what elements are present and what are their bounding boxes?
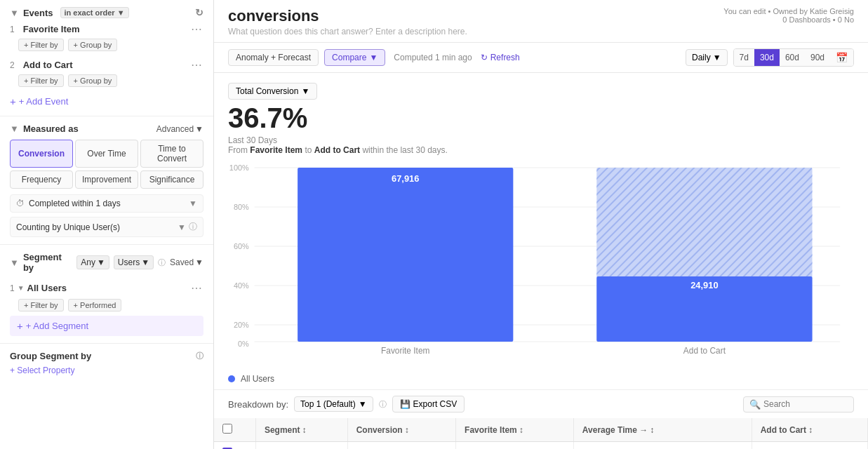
funnel-chart: 100% 80% 60% 40% 20% 0% 67,916 — [214, 161, 868, 371]
svg-text:40%: 40% — [234, 281, 249, 290]
segment-header: ▼ Segment by Any ▼ Users ▼ ⓘ Saved ▼ — [10, 252, 203, 273]
event-2-filters: + Filter by + Group by — [10, 73, 203, 90]
search-input[interactable] — [763, 399, 848, 409]
seg-1-chevron[interactable]: ▼ — [18, 284, 25, 292]
row-checkbox-cell — [214, 442, 255, 450]
segment-1-filters: + Filter by + Performed — [10, 297, 203, 314]
main-content: conversions What question does this char… — [214, 0, 868, 449]
events-order-badge[interactable]: in exact order ▼ — [60, 7, 129, 18]
events-refresh-icon[interactable]: ↻ — [195, 7, 203, 18]
svg-text:Favorite Item: Favorite Item — [381, 346, 429, 356]
segment-1-menu[interactable]: ⋯ — [189, 281, 203, 295]
svg-text:20%: 20% — [234, 321, 249, 329]
daily-dropdown[interactable]: Daily ▼ — [686, 49, 728, 66]
search-input-wrap[interactable]: 🔍 — [743, 396, 854, 413]
svg-text:60%: 60% — [234, 242, 249, 250]
events-chevron[interactable]: ▼ — [10, 8, 19, 18]
counting-row: Counting by Unique User(s) ▼ ⓘ — [10, 217, 203, 237]
sort-icon: ↕ — [808, 425, 813, 435]
event-1-filter-btn[interactable]: + Filter by — [18, 39, 64, 51]
event-1-group-btn[interactable]: + Group by — [68, 39, 118, 51]
measured-chevron[interactable]: ▼ — [10, 123, 19, 134]
seg-chevron[interactable]: ▼ — [10, 257, 19, 268]
chevron-down-icon: ▼ — [117, 8, 125, 17]
breakdown-header: Breakdown by: Top 1 (Default) ▼ ⓘ 💾 Expo… — [214, 389, 868, 418]
th-segment[interactable]: Segment ↕ — [255, 418, 347, 442]
seg-info-icon[interactable]: ⓘ — [158, 257, 166, 268]
counting-chevron-icon[interactable]: ▼ — [178, 222, 186, 232]
event-2-filter-btn[interactable]: + Filter by — [18, 74, 64, 87]
tab-frequency[interactable]: Frequency — [10, 170, 73, 189]
page-title: conversions — [228, 7, 467, 25]
compare-button[interactable]: Compare ▼ — [324, 49, 385, 66]
seg-users-dropdown[interactable]: Users ▼ — [114, 255, 154, 269]
60d-button[interactable]: 60d — [780, 49, 805, 66]
add-segment-button[interactable]: + + Add Segment — [10, 316, 203, 336]
measure-tab-group: Conversion Over Time Time to Convert — [10, 140, 203, 168]
7d-button[interactable]: 7d — [734, 49, 754, 66]
row-segment: All Users — [255, 442, 347, 450]
tab-conversion[interactable]: Conversion — [10, 140, 73, 168]
seg-any-dropdown[interactable]: Any ▼ — [76, 255, 109, 269]
svg-text:100%: 100% — [229, 163, 249, 172]
breakdown-info-icon[interactable]: ⓘ — [379, 399, 387, 410]
svg-text:80%: 80% — [234, 203, 249, 211]
seg-saved-dropdown[interactable]: Saved ▼ — [170, 257, 203, 267]
th-favorite-item[interactable]: Favorite Item ↕ — [456, 418, 574, 442]
svg-rect-16 — [596, 168, 812, 276]
tab-time-to-convert[interactable]: Time to Convert — [140, 140, 203, 168]
calendar-icon[interactable]: 📅 — [830, 49, 853, 66]
select-property-button[interactable]: + Select Property — [10, 366, 203, 375]
measured-title: ▼ Measured as — [10, 123, 79, 134]
from-to-text: From Favorite Item to Add to Cart within… — [228, 145, 854, 155]
tab-improvement[interactable]: Improvement — [75, 170, 138, 189]
refresh-icon: ↻ — [481, 53, 488, 62]
day-range-buttons: 7d 30d 60d 90d 📅 — [733, 48, 854, 67]
export-csv-button[interactable]: 💾 Export CSV — [392, 396, 465, 413]
row-add-to-cart: 24,910 (36.7%) — [752, 442, 867, 450]
sort-icon: ↕ — [519, 425, 523, 435]
row-avg-time: 29m42s (Median 29m25s) — [573, 442, 752, 450]
sort-icon: ↕ — [302, 425, 307, 435]
anomaly-forecast-button[interactable]: Anomaly + Forecast — [228, 49, 319, 66]
th-avg-time[interactable]: Average Time → ↕ — [573, 418, 752, 442]
plus-icon: + — [17, 320, 23, 332]
counting-info-icon[interactable]: ⓘ — [189, 221, 197, 233]
chart-legend: All Users — [214, 371, 868, 389]
refresh-button[interactable]: ↻ Refresh — [481, 53, 520, 62]
advanced-button[interactable]: Advanced ▼ — [156, 124, 203, 134]
seg-by-title: Segment by — [23, 252, 72, 273]
add-event-button[interactable]: + + Add Event — [10, 90, 203, 109]
event-2-group-btn[interactable]: + Group by — [68, 74, 118, 87]
tab-over-time[interactable]: Over Time — [75, 140, 138, 168]
tab-significance[interactable]: Significance — [140, 170, 203, 189]
chevron-down-icon: ▼ — [301, 86, 309, 96]
group-segment-header: Group Segment by ⓘ — [10, 351, 203, 361]
within-row: ⏱ Completed within 1 days ▼ — [10, 194, 203, 213]
total-conversion-dropdown[interactable]: Total Conversion ▼ — [228, 83, 317, 100]
chart-area: Total Conversion ▼ 36.7% Last 30 Days Fr… — [214, 73, 868, 449]
breakdown-select-dropdown[interactable]: Top 1 (Default) ▼ — [294, 396, 373, 412]
svg-text:24,910: 24,910 — [690, 280, 718, 290]
svg-text:0%: 0% — [238, 340, 249, 348]
select-all-checkbox[interactable] — [222, 424, 232, 434]
chevron-down-icon: ▼ — [359, 399, 367, 409]
th-conversion[interactable]: Conversion ↕ — [347, 418, 455, 442]
th-add-to-cart[interactable]: Add to Cart ↕ — [752, 418, 867, 442]
segment-by-section: ▼ Segment by Any ▼ Users ▼ ⓘ Saved ▼ 1 ▼ — [0, 245, 213, 344]
chart-svg: 100% 80% 60% 40% 20% 0% 67,916 — [228, 161, 854, 357]
90d-button[interactable]: 90d — [805, 49, 830, 66]
seg-filter-btn[interactable]: + Filter by — [18, 299, 64, 311]
event-2-menu[interactable]: ⋯ — [189, 58, 203, 72]
30d-button[interactable]: 30d — [754, 49, 780, 66]
event-1-menu[interactable]: ⋯ — [189, 22, 203, 36]
group-seg-info-icon[interactable]: ⓘ — [196, 351, 203, 361]
breakdown-label: Breakdown by: — [228, 399, 288, 410]
within-chevron-icon[interactable]: ▼ — [189, 199, 197, 208]
chevron-down-icon: ▼ — [97, 257, 105, 267]
last-days-label: Last 30 Days — [228, 135, 854, 145]
seg-performed-btn[interactable]: + Performed — [68, 299, 122, 311]
search-icon: 🔍 — [749, 399, 761, 410]
measured-as-section: ▼ Measured as Advanced ▼ Conversion Over… — [0, 116, 213, 245]
breakdown-table: Segment ↕ Conversion ↕ F — [214, 418, 868, 449]
